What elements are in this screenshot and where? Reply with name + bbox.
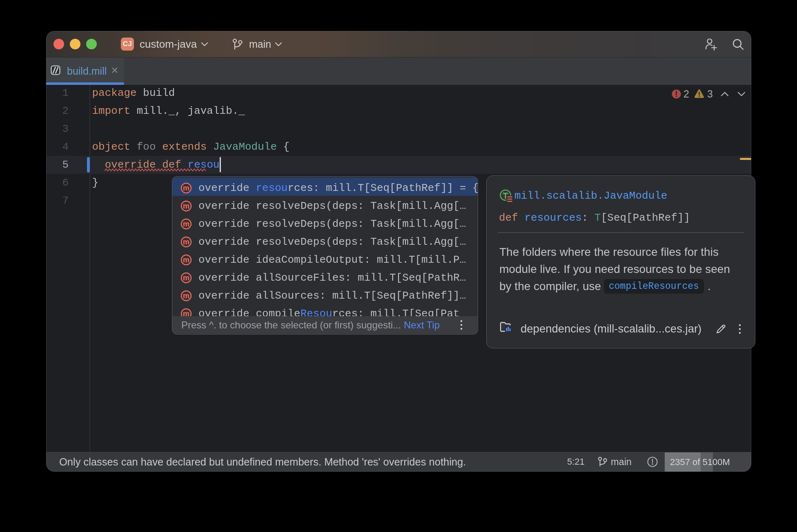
svg-text:m: m <box>183 202 189 210</box>
svg-text:m: m <box>183 292 189 300</box>
svg-text:m: m <box>183 184 189 192</box>
svg-text:m: m <box>183 256 189 264</box>
svg-text:m: m <box>183 238 189 246</box>
svg-text:m: m <box>183 274 189 282</box>
svg-text:m: m <box>183 220 189 228</box>
